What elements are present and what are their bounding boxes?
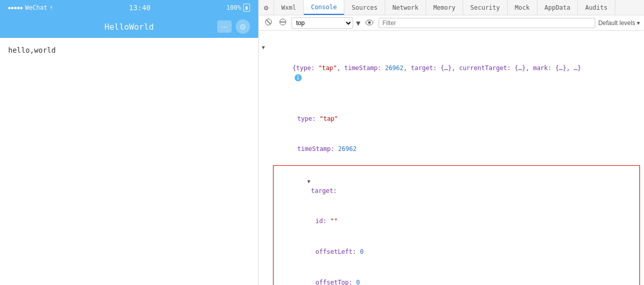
target-expand[interactable]: ▼ (307, 179, 310, 184)
tab-sources[interactable]: Sources (344, 0, 385, 15)
default-levels-button[interactable]: Default levels ▾ (598, 19, 640, 27)
svg-line-1 (266, 20, 271, 24)
clear-console-button[interactable] (263, 17, 274, 28)
context-selector[interactable]: top (292, 17, 353, 29)
type-line: type: "tap" (259, 103, 644, 134)
console-toolbar: top ▼ Default levels ▾ (259, 15, 644, 31)
svg-point-5 (368, 21, 371, 24)
status-bar: ●●●●● WeChat ⇡ 13:40 100% ▮ (0, 0, 258, 15)
dropdown-arrow: ▼ (356, 19, 360, 27)
tab-mock[interactable]: Mock (508, 0, 537, 15)
type-key: {type: (293, 64, 319, 72)
tab-audits[interactable]: Audits (578, 0, 615, 15)
top-object-text: {type: "tap", timeStamp: 26962, target: … (263, 54, 581, 91)
nav-record-button[interactable]: ⊙ (236, 19, 250, 34)
battery-icon: ▮ (243, 4, 250, 12)
console-output: ▼ {type: "tap", timeStamp: 26962, target… (259, 31, 644, 285)
wechat-content: hello,world (0, 38, 258, 285)
tab-memory[interactable]: Memory (426, 0, 463, 15)
signal-dots: ●●●●● (8, 6, 23, 10)
battery-percent: 100% (226, 4, 241, 11)
nav-title: HelloWorld (105, 22, 154, 32)
devtools-tab-bar: ⚙ Wxml Console Sources Network Memory Se… (259, 0, 644, 15)
info-icon[interactable]: i (295, 74, 302, 81)
tab-settings[interactable]: ⚙ (259, 0, 274, 15)
tab-wxml[interactable]: Wxml (274, 0, 304, 15)
eye-button[interactable] (363, 18, 376, 28)
console-top-object-line: ▼ {type: "tap", timeStamp: 26962, target… (259, 33, 644, 103)
target-header: ▼ target: (274, 166, 639, 206)
target-id: id: "" (274, 206, 639, 237)
tab-console[interactable]: Console (304, 0, 345, 15)
type-val: "tap" (318, 64, 337, 72)
nav-dots-button[interactable]: ··· (217, 20, 232, 33)
tab-network[interactable]: Network (385, 0, 426, 15)
wifi-icon: ⇡ (49, 4, 53, 11)
nav-bar: HelloWorld ··· ⊙ (0, 15, 258, 38)
hello-world-text: hello,world (8, 46, 56, 54)
status-time: 13:40 (129, 4, 151, 12)
block-button[interactable] (277, 17, 288, 28)
carrier-name: WeChat (25, 4, 47, 11)
target-offsettop: offsetTop: 0 (274, 267, 639, 285)
nav-right-buttons: ··· ⊙ (217, 19, 250, 34)
timestamp-line: timeStamp: 26962 (259, 134, 644, 165)
target-offsetleft: offsetLeft: 0 (274, 237, 639, 268)
expand-arrow[interactable]: ▼ (262, 43, 265, 52)
target-box: ▼ target: id: "" offsetLeft: 0 offsetTop… (273, 165, 640, 285)
tab-security[interactable]: Security (463, 0, 508, 15)
devtools-panel: ⚙ Wxml Console Sources Network Memory Se… (259, 0, 644, 285)
filter-input[interactable] (379, 18, 595, 28)
tab-appdata[interactable]: AppData (537, 0, 578, 15)
simulator-panel: ●●●●● WeChat ⇡ 13:40 100% ▮ HelloWorld ·… (0, 0, 259, 285)
